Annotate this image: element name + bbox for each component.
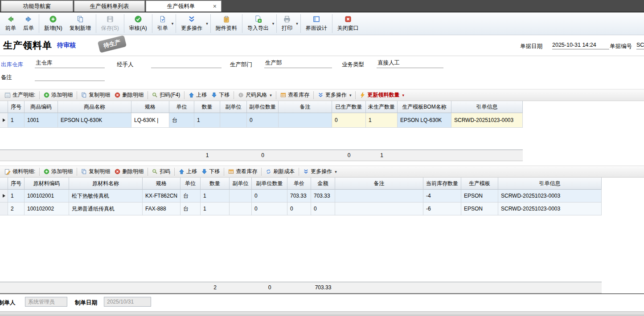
audit-button[interactable]: 审核(A) <box>126 14 151 33</box>
col-header-qty[interactable]: 数量 <box>194 101 220 113</box>
refresh-cost-button[interactable]: 刷新成本 <box>263 167 297 176</box>
cell-seq[interactable]: 1 <box>8 190 25 203</box>
col-header-bom[interactable]: 生产模板BOM名称 <box>398 101 451 113</box>
col-header-subunit[interactable]: 副单位 <box>230 178 252 190</box>
cell-template[interactable]: EPSON <box>461 203 498 215</box>
cell-subqty[interactable]: 0 <box>252 203 287 215</box>
mat-view-stock-button[interactable]: 查看库存 <box>226 167 259 176</box>
prod-view-stock-button[interactable]: 查看库存 <box>278 90 312 100</box>
col-header-unit[interactable]: 单位 <box>169 101 194 113</box>
col-header-qty[interactable]: 数量 <box>201 178 230 190</box>
biz-type-field[interactable]: 直接人工 <box>377 58 443 68</box>
cell-seq[interactable]: 1 <box>8 113 25 128</box>
close-icon[interactable]: × <box>213 3 217 9</box>
prod-move-down-button[interactable]: 下移 <box>209 90 232 100</box>
cell-spec[interactable]: FAX-888 <box>143 203 180 215</box>
col-header-template[interactable]: 生产模板 <box>461 178 498 190</box>
new-button[interactable]: 新增(N) <box>41 14 66 33</box>
mat-copy-row-button[interactable]: 复制明细 <box>79 167 112 176</box>
copy-new-button[interactable]: 复制新增 <box>66 14 94 33</box>
caret-down-icon[interactable]: ▾ <box>296 21 298 26</box>
cell-stock[interactable]: -4 <box>423 190 461 203</box>
cell-spec-editing[interactable]: LQ-630K | <box>131 113 169 128</box>
col-header-spec[interactable]: 规格 <box>143 178 180 190</box>
col-header-seq[interactable]: 序号 <box>8 178 25 190</box>
next-doc-button[interactable]: 后单 <box>20 14 37 33</box>
mat-more-actions-button[interactable]: 更多操作 ▾ <box>301 167 339 176</box>
tab-function-nav[interactable]: 功能导航窗 <box>1 0 73 12</box>
col-header-produced[interactable]: 已生产数量 <box>332 101 366 113</box>
cell-material-code[interactable]: 100102002 <box>25 203 69 215</box>
cell-unit[interactable]: 台 <box>180 190 201 203</box>
mat-move-down-button[interactable]: 下移 <box>199 167 222 176</box>
cell-subunit[interactable] <box>220 113 247 128</box>
col-header-unit[interactable]: 单位 <box>180 178 201 190</box>
col-header-seq[interactable]: 序号 <box>8 101 25 113</box>
cell-subqty[interactable]: 0 <box>252 190 287 203</box>
pull-order-button[interactable]: 引单 <box>154 14 172 33</box>
attachments-button[interactable]: 附件资料 <box>212 14 241 33</box>
col-header-stock[interactable]: 当前库存数量 <box>423 178 461 190</box>
handler-field[interactable] <box>151 58 222 68</box>
col-header-material-code[interactable]: 原材料编码 <box>25 178 69 190</box>
prod-move-up-button[interactable]: 上移 <box>186 90 209 100</box>
cell-ref[interactable]: SCRWD-20251023-0003 <box>451 113 523 128</box>
ui-design-button[interactable]: 界面设计 <box>302 14 331 33</box>
mat-add-row-button[interactable]: 添加明细 <box>41 167 75 176</box>
prod-more-actions-button[interactable]: 更多操作 ▾ <box>316 90 354 100</box>
cell-ref[interactable]: SCRWD-20251023-0003 <box>498 203 602 215</box>
col-header-subunit[interactable]: 副单位 <box>220 101 247 113</box>
cell-remark[interactable] <box>279 113 332 128</box>
caret-down-icon[interactable]: ▾ <box>172 21 174 26</box>
more-actions-button[interactable]: 更多操作 <box>177 14 206 33</box>
department-field[interactable]: 生产部 <box>264 58 332 68</box>
col-header-unproduced[interactable]: 未生产数量 <box>366 101 398 113</box>
prod-scan-button[interactable]: 扫码(F4) <box>150 90 182 100</box>
cell-subunit[interactable] <box>230 190 252 203</box>
prod-copy-row-button[interactable]: 复制明细 <box>79 90 112 100</box>
cell-material-name[interactable]: 兄弟普通纸传真机 <box>69 203 143 215</box>
caret-down-icon[interactable]: ▾ <box>272 21 275 26</box>
tab-requisition-current[interactable]: 生产领料单 × <box>146 0 222 12</box>
print-button[interactable]: 打印 <box>278 14 296 33</box>
tab-requisition-list[interactable]: 生产领料单列表 <box>74 0 145 12</box>
doc-date-field[interactable]: 2025-10-31 14:24 <box>552 39 609 49</box>
cell-subqty[interactable]: 0 <box>247 113 279 128</box>
cell-price[interactable]: 703.33 <box>287 190 311 203</box>
cell-remark[interactable] <box>335 190 423 203</box>
col-header-remark[interactable]: 备注 <box>279 101 332 113</box>
col-header-amount[interactable]: 金额 <box>311 178 335 190</box>
cell-item-code[interactable]: 1001 <box>25 113 58 128</box>
cell-ref[interactable]: SCRWD-20251023-0003 <box>498 190 602 203</box>
col-header-subqty[interactable]: 副单位数量 <box>247 101 279 113</box>
cell-qty[interactable]: 1 <box>201 190 230 203</box>
cell-remark[interactable] <box>335 203 423 215</box>
cell-unproduced[interactable]: 1 <box>366 113 398 128</box>
cell-material-name[interactable]: 松下热敏传真机 <box>69 190 143 203</box>
caret-down-icon[interactable]: ▾ <box>206 21 208 26</box>
save-button[interactable]: 保存(S) <box>98 14 123 33</box>
cell-spec[interactable]: KX-FT862CN <box>143 190 180 203</box>
col-header-subqty[interactable]: 副单位数量 <box>252 178 287 190</box>
close-window-button[interactable]: 关闭窗口 <box>334 14 362 33</box>
remark-field[interactable] <box>35 71 105 81</box>
production-table-row[interactable]: 1 1001 EPSON LQ-630K LQ-630K | 台 1 0 0 1… <box>0 113 523 128</box>
cell-qty[interactable]: 1 <box>194 113 220 128</box>
col-header-ref[interactable]: 引单信息 <box>498 178 602 190</box>
mat-scan-button[interactable]: 扫码 <box>150 167 172 176</box>
mat-move-up-button[interactable]: 上移 <box>176 167 199 176</box>
col-header-item-code[interactable]: 商品编码 <box>25 101 58 113</box>
cell-stock[interactable]: -6 <box>423 203 461 215</box>
col-header-price[interactable]: 单价 <box>287 178 311 190</box>
warehouse-field[interactable]: 主仓库 <box>35 58 105 68</box>
update-material-qty-button[interactable]: 更新领料数量 ▾ <box>357 90 406 100</box>
prev-doc-button[interactable]: 前单 <box>2 14 20 33</box>
col-header-remark[interactable]: 备注 <box>335 178 423 190</box>
col-header-spec[interactable]: 规格 <box>131 101 169 113</box>
cell-price[interactable]: 0 <box>287 203 311 215</box>
cell-unit[interactable]: 台 <box>169 113 194 128</box>
cell-seq[interactable]: 2 <box>8 203 25 215</box>
cell-produced[interactable]: 0 <box>332 113 366 128</box>
material-table-row[interactable]: 1 100102001 松下热敏传真机 KX-FT862CN 台 1 0 703… <box>0 190 602 203</box>
prod-add-row-button[interactable]: 添加明细 <box>41 90 75 100</box>
